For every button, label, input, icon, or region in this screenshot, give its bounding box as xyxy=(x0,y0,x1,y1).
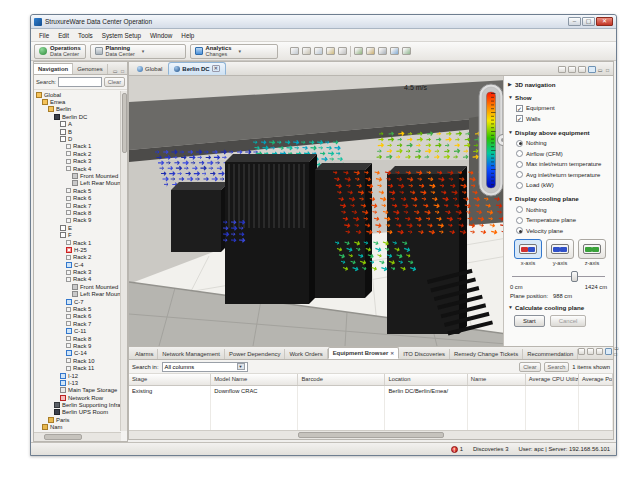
panel-minmax-icons[interactable]: ▭ □ xyxy=(113,68,127,74)
tree-item-emea[interactable]: Emea xyxy=(34,98,121,105)
panel-minmax-icons[interactable]: ▭ □ xyxy=(614,345,624,357)
screen-icon[interactable] xyxy=(596,348,603,355)
table-empty-row[interactable] xyxy=(129,397,613,408)
section-header[interactable]: ▼Display above equipment xyxy=(508,127,609,137)
search-icon[interactable] xyxy=(314,47,323,55)
column-header-name[interactable]: Name xyxy=(468,374,526,385)
tree-item-rack-8[interactable]: Rack 8 xyxy=(34,335,121,342)
tab-alarms[interactable]: Alarms xyxy=(131,349,158,359)
tree-item-rack-3[interactable]: Rack 3 xyxy=(34,158,121,165)
table-empty-row[interactable] xyxy=(129,408,613,419)
section-header[interactable]: ▼Calculate cooling plane xyxy=(508,302,609,312)
start-button[interactable]: Start xyxy=(514,315,545,327)
z-axis-button[interactable] xyxy=(578,239,606,259)
tree-clear-button[interactable]: Clear xyxy=(104,77,125,87)
close-icon[interactable]: ✕ xyxy=(212,65,220,72)
search-column-select[interactable]: All columns ▼ xyxy=(162,362,248,372)
layout-split-icon[interactable] xyxy=(568,66,576,73)
option-nothing[interactable]: Nothing xyxy=(516,138,609,149)
close-button[interactable]: ✕ xyxy=(596,17,613,26)
maximize-button[interactable]: ▢ xyxy=(582,17,595,26)
tree-item-rack-7[interactable]: Rack 7 xyxy=(34,320,121,327)
tree-item-berlin-dc[interactable]: Berlin DC xyxy=(34,113,121,120)
x-axis-button[interactable] xyxy=(514,239,542,259)
tree-item-rack-11[interactable]: Rack 11 xyxy=(34,364,121,371)
menu-help[interactable]: Help xyxy=(177,31,198,40)
tree-item-rack-9[interactable]: Rack 9 xyxy=(34,342,121,349)
column-header-stage[interactable]: Stage xyxy=(129,374,211,385)
y-axis-button[interactable] xyxy=(546,239,574,259)
tree-item-i-13[interactable]: I-13 xyxy=(34,379,121,386)
tree-item-berlin[interactable]: Berlin xyxy=(34,106,121,113)
save-icon[interactable] xyxy=(290,47,299,55)
option-avg-inlet-return-temperature[interactable]: Avg inlet/return temperature xyxy=(516,170,609,181)
tree-item-h-25[interactable]: H-25 xyxy=(34,246,121,253)
tree-item-front-mounted[interactable]: Front Mounted xyxy=(34,283,121,290)
tree-item-rack-6[interactable]: Rack 6 xyxy=(34,313,121,320)
tree-item-left-rear-moun[interactable]: Left Rear Moun xyxy=(34,291,121,298)
tree-search-input[interactable] xyxy=(58,77,102,87)
camera-3d-icon[interactable] xyxy=(588,66,596,73)
filter-icon[interactable] xyxy=(605,348,612,355)
scrollbar-thumb[interactable] xyxy=(44,434,82,440)
section-header[interactable]: ▼Display cooling plane xyxy=(508,194,609,204)
tree-item-rack-8[interactable]: Rack 8 xyxy=(34,209,121,216)
tree-item-rack-1[interactable]: Rack 1 xyxy=(34,239,121,246)
option-airflow-cfm-[interactable]: Airflow (CFM) xyxy=(516,149,609,160)
tree-item-front-mounted[interactable]: Front Mounted xyxy=(34,172,121,179)
export-icon[interactable] xyxy=(402,47,411,55)
menu-edit[interactable]: Edit xyxy=(54,31,73,40)
table-empty-row[interactable] xyxy=(129,419,613,430)
mail-icon[interactable] xyxy=(366,47,375,55)
perspective-operations-button[interactable]: Operations Data Center xyxy=(34,44,86,59)
3d-viewport[interactable]: 4.5 m/s xyxy=(129,76,507,346)
tree-item-rack-1[interactable]: Rack 1 xyxy=(34,143,121,150)
menu-tools[interactable]: Tools xyxy=(74,31,97,40)
alarm-indicator[interactable]: ! 1 xyxy=(451,446,463,453)
tree-item-rack-10[interactable]: Rack 10 xyxy=(34,357,121,364)
tree-item-rack-4[interactable]: Rack 4 xyxy=(34,276,121,283)
tree-item-d[interactable]: D xyxy=(34,135,121,142)
perspective-planning-button[interactable]: Planning Data Center ▾ xyxy=(90,44,186,59)
tree-item-c-7[interactable]: C-7 xyxy=(34,298,121,305)
tab-genomes[interactable]: Genomes xyxy=(73,64,108,74)
tree-item-berlin-ups-room[interactable]: Berlin UPS Room xyxy=(34,409,121,416)
perspective-analytics-button[interactable]: Analytics Changes ▾ xyxy=(190,44,278,59)
tab-berlin-dc[interactable]: Berlin DC ✕ xyxy=(168,62,226,75)
plane-position-slider[interactable] xyxy=(510,270,607,282)
tab-navigation[interactable]: Navigation xyxy=(34,63,73,74)
tree-item-network-row[interactable]: Network Row xyxy=(34,394,121,401)
tree-item-paris[interactable]: Paris xyxy=(34,416,121,423)
export-icon[interactable] xyxy=(578,348,585,355)
tools-icon[interactable] xyxy=(378,47,387,55)
tree-item-c-14[interactable]: C-14 xyxy=(34,350,121,357)
table-horizontal-scrollbar[interactable] xyxy=(129,430,613,439)
option-max-inlet-return-temperature[interactable]: Max inlet/return temperature xyxy=(516,159,609,170)
tab-recommendation[interactable]: Recommendation xyxy=(523,349,578,359)
tree-item-c-11[interactable]: C-11 xyxy=(34,328,121,335)
tree-item-rack-5[interactable]: Rack 5 xyxy=(34,187,121,194)
close-icon[interactable]: ✕ xyxy=(390,351,394,356)
column-header-average-cpu-utilization-[interactable]: Average CPU Utilization ... xyxy=(526,374,579,385)
section-header[interactable]: ▶3D navigation xyxy=(508,79,609,89)
tree-item-left-rear-moun[interactable]: Left Rear Moun xyxy=(34,180,121,187)
panel-minmax-icons[interactable]: ▭ □ xyxy=(598,67,610,73)
layers-icon[interactable] xyxy=(578,66,586,73)
tree-item-c-4[interactable]: C-4 xyxy=(34,261,121,268)
tab-equipment-browser[interactable]: Equipment Browser✕ xyxy=(328,347,400,359)
title-bar[interactable]: StruxureWare Data Center Operation –▢✕ xyxy=(31,15,616,29)
option-nothing[interactable]: Nothing xyxy=(516,205,609,216)
tree-item-f[interactable]: F xyxy=(34,231,121,238)
tab-power-dependency[interactable]: Power Dependency xyxy=(225,349,285,359)
tree-vertical-scrollbar[interactable] xyxy=(120,91,127,431)
menu-file[interactable]: File xyxy=(35,31,53,40)
tree-item-rack-2[interactable]: Rack 2 xyxy=(34,254,121,261)
tree-item-rack-2[interactable]: Rack 2 xyxy=(34,150,121,157)
tree-item-i-12[interactable]: I-12 xyxy=(34,372,121,379)
pin-icon[interactable] xyxy=(326,47,335,55)
table-row[interactable]: ExistingDownflow CRACBerlin DC/Berlin/Em… xyxy=(129,386,613,397)
undo-icon[interactable] xyxy=(302,47,311,55)
layout-grid-icon[interactable] xyxy=(558,66,566,73)
chevron-down-icon[interactable]: ▾ xyxy=(238,48,241,54)
tree-item-rack-7[interactable]: Rack 7 xyxy=(34,202,121,209)
